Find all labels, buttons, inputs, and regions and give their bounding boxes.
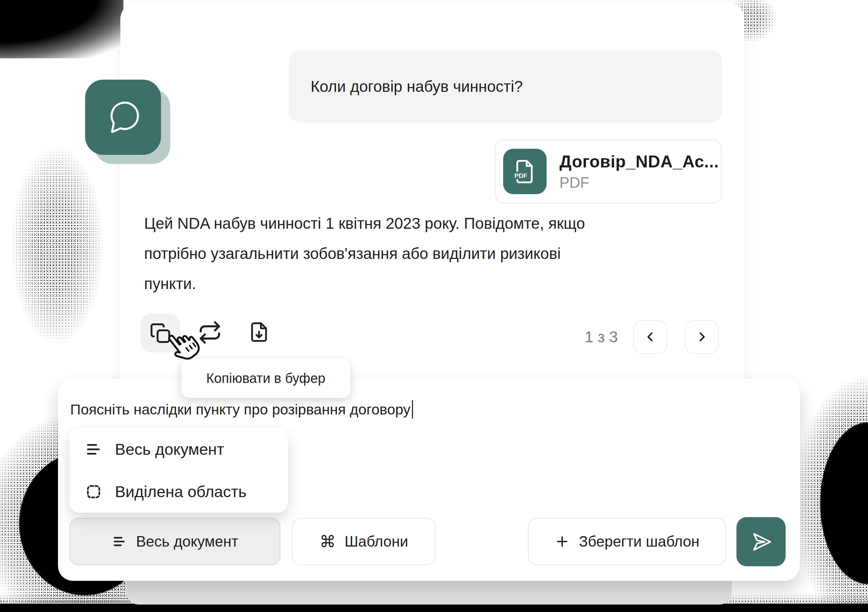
prompt-input[interactable]: Поясніть наслідки пункту про розірвання … <box>70 399 782 420</box>
attachment-card[interactable]: PDF Договір_NDA_Ас... PDF <box>495 140 722 203</box>
composer-panel: Поясніть наслідки пункту про розірвання … <box>58 379 800 581</box>
context-scope-menu: Весь документ Виділена область <box>70 428 288 513</box>
plus-icon <box>554 534 570 549</box>
command-key-icon: ⌘ <box>319 533 336 550</box>
shadow-right-side <box>789 369 868 612</box>
selection-marquee-icon <box>84 482 103 501</box>
prompt-input-value: Поясніть наслідки пункту про розірвання … <box>70 401 411 418</box>
attachment-filename: Договір_NDA_Ас... <box>560 152 719 172</box>
save-template-chip-label: Зберегти шаблон <box>579 533 699 550</box>
templates-chip-label: Шаблони <box>344 533 408 550</box>
text-lines-icon <box>84 440 103 459</box>
shadow-left-of-icon <box>6 136 108 356</box>
download-button[interactable] <box>248 319 271 345</box>
assistant-message: Цей NDA набув чинності 1 квітня 2023 рок… <box>144 209 727 299</box>
send-button[interactable] <box>736 517 786 566</box>
attachment-meta: Договір_NDA_Ас... PDF <box>560 152 719 191</box>
menu-item-label: Весь документ <box>115 440 224 459</box>
pagination-label: 1 з 3 <box>550 320 618 354</box>
text-caret <box>412 400 413 419</box>
user-message-bubble: Коли договір набув чинності? <box>289 50 722 123</box>
chevron-right-icon <box>694 329 709 344</box>
scope-chip-label: Весь документ <box>136 533 239 550</box>
menu-item-label: Виділена область <box>115 482 246 501</box>
user-message-text: Коли договір набув чинності? <box>289 77 523 96</box>
chevron-left-icon <box>643 329 658 344</box>
chat-bubble-icon <box>102 97 144 138</box>
pdf-file-icon: PDF <box>503 149 547 194</box>
assistant-app-icon <box>85 80 172 165</box>
shadow-top-left <box>0 0 123 58</box>
menu-item-selected-area[interactable]: Виділена область <box>70 470 288 513</box>
templates-chip[interactable]: ⌘ Шаблони <box>292 518 436 565</box>
scope-chip[interactable]: Весь документ <box>70 518 281 565</box>
copy-tooltip: Копіювати в буфер <box>181 359 350 398</box>
previous-response-button[interactable] <box>633 320 667 354</box>
next-response-button[interactable] <box>685 320 719 354</box>
text-lines-icon <box>112 534 127 549</box>
pdf-icon-label: PDF <box>515 172 527 179</box>
paper-plane-icon <box>749 530 773 554</box>
app-icon-tile <box>85 80 161 155</box>
menu-item-whole-document[interactable]: Весь документ <box>70 428 288 470</box>
attachment-filetype: PDF <box>560 174 719 191</box>
screenshot-canvas: Коли договір набув чинності? PDF Договір… <box>0 0 868 612</box>
download-file-icon <box>248 320 270 344</box>
save-template-chip[interactable]: Зберегти шаблон <box>528 518 726 565</box>
copy-tooltip-text: Копіювати в буфер <box>206 371 325 386</box>
